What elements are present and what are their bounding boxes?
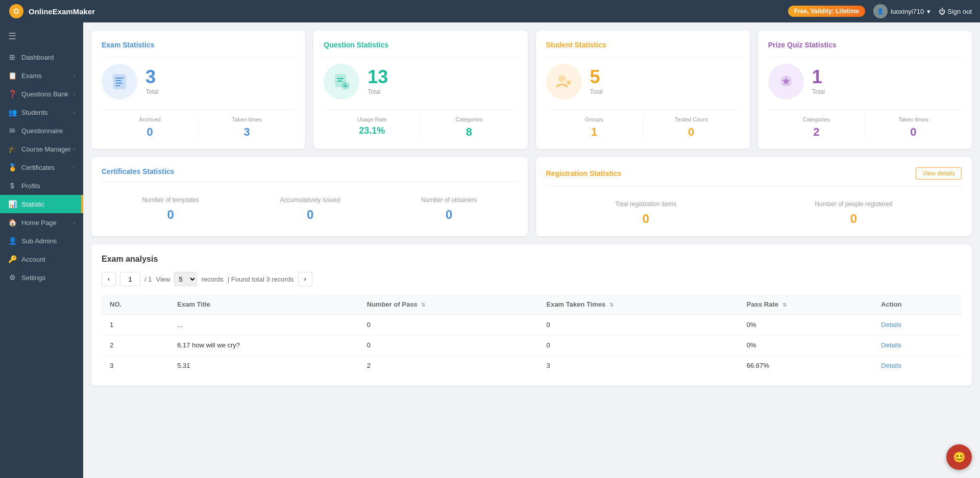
sidebar-label-questionnaire: Questionnaire bbox=[21, 127, 63, 135]
details-link[interactable]: Details bbox=[881, 362, 901, 369]
stats-grid: Exam Statistics 3 Total bbox=[91, 31, 972, 149]
details-link[interactable]: Details bbox=[881, 321, 901, 329]
corner-avatar[interactable]: 😊 bbox=[946, 444, 972, 470]
student-stats-card: Student Statistics ⚙ 5 Total bbox=[536, 31, 750, 149]
layout: ☰ ⊞ Dashboard 📋 Exams ‹ ❓ Questions Bank… bbox=[0, 22, 980, 478]
exam-analysis-card: Exam analysis ‹ / 1 View 5 10 20 50 reco… bbox=[91, 244, 972, 386]
sidebar-item-sub-admins[interactable]: 👤 Sub Admins bbox=[0, 232, 83, 250]
sidebar-label-dashboard: Dashboard bbox=[21, 54, 54, 61]
cell-no: 1 bbox=[102, 315, 169, 335]
prize-icon-circle bbox=[768, 64, 804, 99]
question-svg-icon: ✦ bbox=[332, 72, 351, 91]
exam-total-value: 3 bbox=[145, 68, 158, 86]
exam-taken-value: 3 bbox=[199, 125, 295, 139]
col-action: Action bbox=[873, 294, 962, 315]
exam-stats-card: Exam Statistics 3 Total bbox=[91, 31, 305, 149]
col-rate: Pass Rate ⇅ bbox=[739, 294, 873, 315]
sidebar-item-account[interactable]: 🔑 Account bbox=[0, 250, 83, 268]
page-number-input[interactable] bbox=[120, 272, 140, 286]
question-sub-row: Usage Rate 23.1% Categories 8 bbox=[324, 110, 517, 139]
chevron-icon-4: ‹ bbox=[74, 146, 75, 152]
svg-rect-8 bbox=[337, 78, 344, 79]
svg-rect-6 bbox=[115, 85, 120, 86]
sidebar-label-settings: Settings bbox=[21, 274, 45, 282]
sign-out-label: Sign out bbox=[947, 8, 972, 15]
sidebar-item-dashboard[interactable]: ⊞ Dashboard bbox=[0, 48, 83, 66]
view-label: View bbox=[156, 275, 170, 283]
prize-total-label: Total bbox=[812, 88, 825, 95]
next-page-button[interactable]: › bbox=[298, 272, 312, 286]
prize-taken-label: Taken times bbox=[865, 116, 962, 122]
sidebar-item-questions-bank[interactable]: ❓ Questions Bank ‹ bbox=[0, 85, 83, 103]
prize-stats-main: 1 Total bbox=[768, 64, 962, 99]
cell-action: Details bbox=[873, 335, 962, 356]
sidebar-item-course-manager[interactable]: 🎓 Course Manager ‹ bbox=[0, 140, 83, 158]
sidebar-item-home-page[interactable]: 🏠 Home Page ‹ bbox=[0, 213, 83, 232]
per-page-select[interactable]: 5 10 20 50 bbox=[174, 272, 197, 286]
sidebar-item-statistic[interactable]: 📊 Statistic bbox=[0, 195, 83, 213]
statistic-icon: 📊 bbox=[8, 200, 16, 208]
avatar-icon: 😊 bbox=[953, 451, 966, 463]
students-icon: 👥 bbox=[8, 108, 16, 116]
exam-analysis-table: NO. Exam Title Number of Pass ⇅ Exam Tak… bbox=[102, 294, 962, 375]
cell-pass: 2 bbox=[359, 356, 538, 376]
prev-page-button[interactable]: ‹ bbox=[102, 272, 116, 286]
student-tested-value: 0 bbox=[643, 125, 740, 139]
svg-rect-9 bbox=[337, 81, 342, 82]
validity-badge: Free, Validity: Lifetime bbox=[788, 6, 865, 17]
prize-sub-row: Categories 2 Taken times 0 bbox=[768, 110, 962, 139]
sidebar-item-certificates[interactable]: 🏅 Certificates ‹ bbox=[0, 158, 83, 177]
exam-archived-value: 0 bbox=[102, 125, 198, 139]
cert-templates: Number of templates 0 bbox=[142, 196, 199, 222]
cert-stats-row: Number of templates 0 Accumulatively iss… bbox=[102, 188, 518, 222]
sidebar-item-exams[interactable]: 📋 Exams ‹ bbox=[0, 66, 83, 85]
reg-total-items-label: Total registration items bbox=[615, 200, 676, 208]
cert-stats-title: Certificates Statistics bbox=[102, 167, 518, 182]
question-categories-value: 8 bbox=[421, 125, 517, 139]
chevron-icon-5: ‹ bbox=[74, 165, 75, 170]
exam-sub-row: Archived 0 Taken times 3 bbox=[102, 110, 295, 139]
cell-rate: 0% bbox=[739, 335, 873, 356]
svg-rect-4 bbox=[115, 80, 121, 81]
sidebar-label-course: Course Manager bbox=[21, 145, 71, 153]
sort-pass-icon[interactable]: ⇅ bbox=[421, 302, 425, 308]
student-total-value: 5 bbox=[590, 68, 603, 86]
student-stats-main: ⚙ 5 Total bbox=[546, 64, 740, 99]
cell-action: Details bbox=[873, 356, 962, 376]
prize-categories: Categories 2 bbox=[768, 116, 865, 139]
prize-taken: Taken times 0 bbox=[865, 116, 962, 139]
hamburger-menu[interactable]: ☰ bbox=[0, 27, 83, 46]
sort-rate-icon[interactable]: ⇅ bbox=[782, 302, 787, 308]
reg-stats-title: Registration Statistics bbox=[546, 169, 622, 178]
details-link[interactable]: Details bbox=[881, 341, 901, 349]
sidebar-item-questionnaire[interactable]: ✉ Questionnaire bbox=[0, 121, 83, 140]
sort-taken-icon[interactable]: ⇅ bbox=[609, 302, 614, 308]
reg-people-label: Number of people registered bbox=[815, 200, 892, 208]
user-menu[interactable]: 👤 luoxinyi710 ▾ bbox=[873, 4, 930, 18]
col-title: Exam Title bbox=[169, 294, 358, 315]
cell-taken: 0 bbox=[538, 335, 738, 356]
chevron-icon-2: ‹ bbox=[74, 91, 75, 97]
sidebar-item-settings[interactable]: ⚙ Settings bbox=[0, 268, 83, 287]
total-pages: / 1 bbox=[144, 275, 152, 283]
table-row: 2 6.17 how will we cry? 0 0 0% Details bbox=[102, 335, 962, 356]
prize-stats-card: Prize Quiz Statistics 1 Total bbox=[758, 31, 972, 149]
table-row: 3 5.31 2 3 66.67% Details bbox=[102, 356, 962, 376]
svg-rect-5 bbox=[115, 83, 122, 84]
sidebar-item-students[interactable]: 👥 Students ‹ bbox=[0, 103, 83, 121]
sidebar-label-statistic: Statistic bbox=[21, 200, 45, 208]
question-usage-value: 23.1% bbox=[324, 125, 420, 136]
second-row: Certificates Statistics Number of templa… bbox=[91, 157, 972, 236]
reg-stats-row: Total registration items 0 Number of peo… bbox=[546, 192, 962, 226]
question-categories-label: Categories bbox=[421, 116, 517, 122]
cell-taken: 0 bbox=[538, 315, 738, 335]
student-groups-value: 1 bbox=[546, 125, 643, 139]
cert-obtainers-value: 0 bbox=[421, 208, 477, 222]
view-details-button[interactable]: View details bbox=[916, 167, 962, 180]
sign-out-button[interactable]: ⏻ Sign out bbox=[939, 8, 972, 15]
reg-people-value: 0 bbox=[815, 212, 892, 226]
exam-icon-circle bbox=[102, 64, 137, 99]
sidebar-item-profits[interactable]: $ Profits bbox=[0, 177, 83, 195]
found-label: | Found total 3 records bbox=[228, 275, 294, 283]
sidebar-label-exams: Exams bbox=[21, 72, 42, 80]
